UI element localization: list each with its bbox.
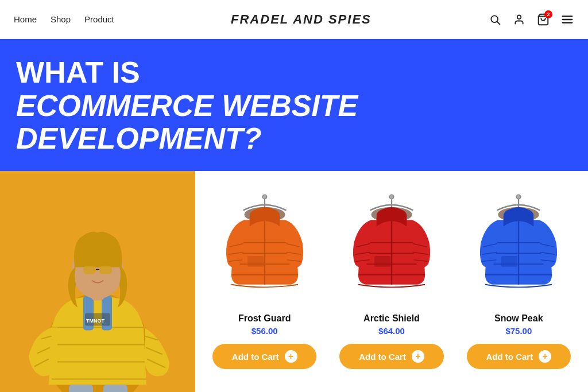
svg-rect-61 xyxy=(374,256,390,267)
svg-rect-15 xyxy=(69,385,93,392)
plus-icon-3: + xyxy=(539,350,551,363)
hero-subtitle: ECOMMERCE WEBSITE DEVELOPMENT? xyxy=(16,90,572,155)
site-logo: FRADEL AND SPIES xyxy=(114,12,488,27)
product-name-1: Frost Guard xyxy=(238,313,291,324)
svg-rect-16 xyxy=(103,385,127,392)
add-to-cart-button-3[interactable]: Add to Cart + xyxy=(467,344,571,369)
svg-point-48 xyxy=(389,195,394,200)
add-to-cart-label-2: Add to Cart xyxy=(359,352,406,362)
hero-banner: WHAT IS ECOMMERCE WEBSITE DEVELOPMENT? xyxy=(0,39,588,171)
add-to-cart-label-1: Add to Cart xyxy=(232,352,279,362)
header: Home Shop Product FRADEL AND SPIES 2 xyxy=(0,0,588,39)
svg-rect-28 xyxy=(99,266,112,274)
menu-icon[interactable] xyxy=(560,13,574,26)
add-to-cart-label-3: Add to Cart xyxy=(486,352,533,362)
nav-product[interactable]: Product xyxy=(84,14,114,24)
products-section: Frost Guard $56.00 Add to Cart + xyxy=(195,171,588,392)
nav-home[interactable]: Home xyxy=(14,14,37,24)
svg-point-2 xyxy=(517,15,521,19)
product-price-3: $75.00 xyxy=(505,326,532,336)
svg-text:TMNOT: TMNOT xyxy=(86,318,105,324)
product-image-frost-guard xyxy=(212,191,316,305)
product-image-arctic-shield xyxy=(339,191,443,305)
hero-what-is: WHAT IS xyxy=(16,57,572,87)
add-to-cart-button-2[interactable]: Add to Cart + xyxy=(339,344,443,369)
product-price-2: $64.00 xyxy=(378,326,405,336)
main-content: TMNOT xyxy=(0,171,588,392)
product-name-3: Snow Peak xyxy=(494,313,543,324)
svg-point-63 xyxy=(517,195,521,200)
svg-line-1 xyxy=(497,21,500,24)
product-card-arctic-shield: Arctic Shield $64.00 Add to Cart + xyxy=(334,185,449,378)
main-nav: Home Shop Product xyxy=(14,14,114,24)
product-price-1: $56.00 xyxy=(252,326,278,336)
svg-rect-27 xyxy=(83,266,96,274)
jacket-orange-svg xyxy=(222,193,308,302)
plus-icon-1: + xyxy=(285,350,297,363)
product-card-frost-guard: Frost Guard $56.00 Add to Cart + xyxy=(207,185,322,378)
svg-point-33 xyxy=(262,195,267,200)
svg-rect-46 xyxy=(247,256,264,267)
header-icons: 2 xyxy=(488,13,574,26)
product-card-snow-peak: Snow Peak $75.00 Add to Cart + xyxy=(461,185,577,378)
product-image-snow-peak xyxy=(467,191,571,305)
jacket-blue-svg xyxy=(475,193,562,302)
svg-rect-76 xyxy=(501,256,517,267)
cart-icon[interactable]: 2 xyxy=(536,13,550,26)
cart-badge: 2 xyxy=(544,10,552,18)
account-icon[interactable] xyxy=(512,13,526,26)
hero-photo: TMNOT xyxy=(0,171,195,392)
add-to-cart-button-1[interactable]: Add to Cart + xyxy=(212,344,316,369)
search-icon[interactable] xyxy=(488,13,502,26)
jacket-red-svg xyxy=(349,193,435,302)
plus-icon-2: + xyxy=(412,350,424,363)
person-illustration: TMNOT xyxy=(0,171,195,392)
product-name-2: Arctic Shield xyxy=(363,313,420,324)
nav-shop[interactable]: Shop xyxy=(51,14,71,24)
